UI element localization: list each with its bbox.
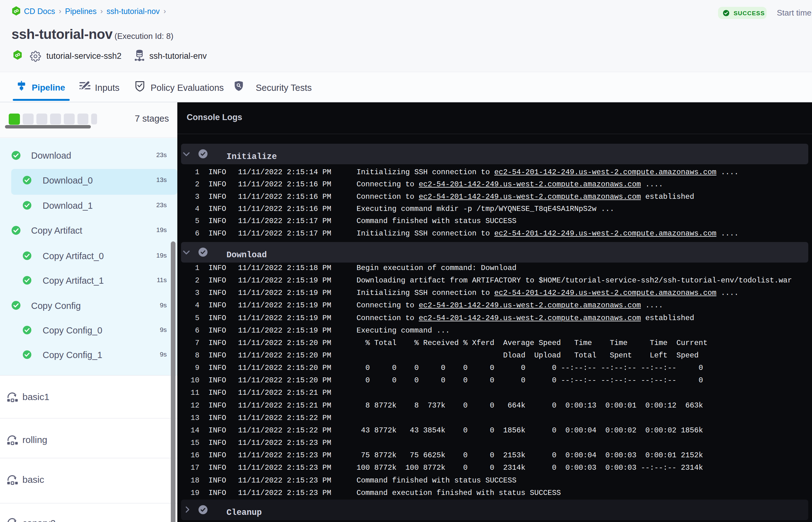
svg-text:∞: ∞ (13, 50, 22, 60)
svg-text:∞: ∞ (12, 6, 21, 16)
